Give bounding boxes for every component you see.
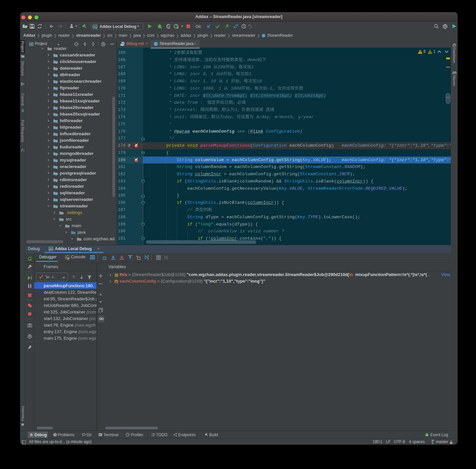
svg-text:p: p xyxy=(115,280,117,284)
svg-text:MD: MD xyxy=(121,44,124,46)
svg-text:C: C xyxy=(263,34,264,37)
svg-text:C: C xyxy=(155,42,157,46)
